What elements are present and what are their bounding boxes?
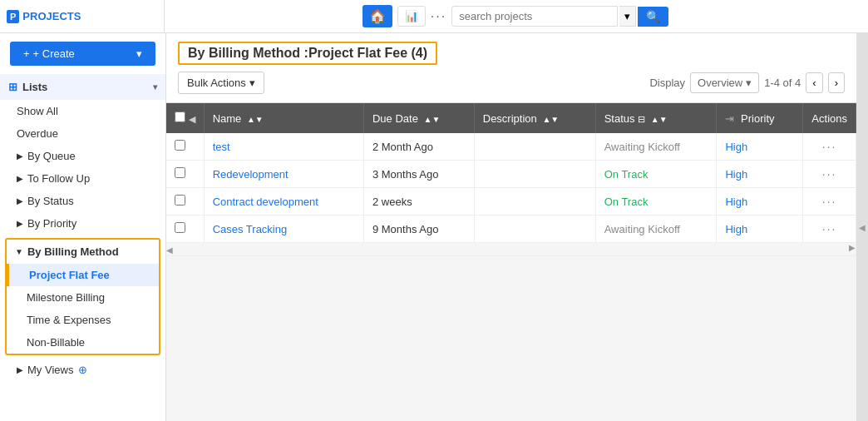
sidebar-item-by-status[interactable]: ▶ By Status [0, 190, 165, 212]
row-description-cell [474, 188, 595, 215]
status-sort-icon: ▲▼ [651, 115, 668, 124]
prev-page-button[interactable]: ‹ [806, 72, 822, 93]
row-name-cell: Redevelopment [204, 161, 363, 188]
row-actions-button[interactable]: ··· [822, 140, 837, 153]
app-logo: P PROJECTS [7, 0, 165, 32]
row-name-cell: Contract development [204, 188, 363, 215]
search-wrap: ▾ 🔍 [451, 6, 668, 27]
row-actions-cell: ··· [803, 188, 856, 215]
more-button[interactable]: ··· [431, 9, 446, 24]
search-dropdown[interactable]: ▾ [619, 6, 636, 27]
sidebar: + + Create ▾ ⊞ Lists ▾ Show All Overdue … [0, 33, 166, 421]
search-go-button[interactable]: 🔍 [638, 7, 668, 27]
queue-chevron: ▶ [17, 151, 23, 161]
row-priority-value: High [725, 141, 747, 153]
status-column-header[interactable]: Status ⊟ ▲▼ [595, 103, 717, 133]
scroll-cell: ◀ ▶ [166, 243, 856, 256]
row-checkbox-0[interactable] [175, 140, 185, 151]
row-status-badge: Awaiting Kickoff [604, 141, 680, 153]
sidebar-by-billing-method[interactable]: ▼ By Billing Method [7, 240, 159, 264]
description-header-label: Description [483, 112, 537, 125]
row-name-link[interactable]: Contract development [213, 196, 318, 208]
name-header-label: Name [213, 112, 242, 125]
by-priority-label: By Priority [27, 217, 76, 230]
sidebar-item-show-all[interactable]: Show All [0, 100, 165, 122]
description-column-header[interactable]: Description ▲▼ [474, 103, 595, 133]
table-row: Cases Tracking 9 Months Ago Awaiting Kic… [166, 215, 856, 243]
row-name-link[interactable]: test [213, 141, 230, 153]
sidebar-item-my-views[interactable]: ▶ My Views ⊕ [0, 359, 165, 381]
row-status-badge: Awaiting Kickoff [604, 223, 680, 235]
next-page-button[interactable]: › [828, 72, 845, 93]
row-actions-button[interactable]: ··· [822, 222, 837, 235]
select-all-checkbox[interactable] [175, 111, 185, 122]
row-due-date-cell: 2 weeks [363, 188, 474, 215]
sidebar-lists-header[interactable]: ⊞ Lists ▾ [0, 74, 165, 100]
status-chevron: ▶ [17, 196, 23, 206]
display-select[interactable]: Overview ▾ [690, 72, 759, 93]
time-expenses-label: Time & Expenses [27, 314, 111, 326]
table-body: test 2 Month Ago Awaiting Kickoff High ·… [166, 133, 856, 256]
row-priority-cell: High [717, 161, 803, 188]
row-priority-value: High [725, 168, 747, 181]
name-column-header[interactable]: Name ▲▼ [204, 103, 363, 133]
row-checkbox-2[interactable] [175, 195, 185, 206]
show-all-label: Show All [17, 105, 58, 117]
lists-label: Lists [22, 81, 47, 93]
lists-arrow: ▾ [153, 82, 157, 92]
add-view-button[interactable]: ⊕ [78, 364, 87, 376]
row-actions-button[interactable]: ··· [822, 167, 837, 181]
sidebar-item-overdue[interactable]: Overdue [0, 122, 165, 145]
my-views-label: My Views [27, 364, 73, 376]
by-billing-method-label: By Billing Method [27, 245, 119, 258]
row-due-date-cell: 3 Months Ago [363, 161, 474, 188]
row-actions-button[interactable]: ··· [822, 195, 837, 208]
description-sort-icon: ▲▼ [542, 115, 559, 124]
home-button[interactable]: 🏠 [362, 5, 392, 27]
row-checkbox-3[interactable] [175, 222, 185, 233]
row-description-cell [474, 133, 595, 161]
row-checkbox-cell[interactable] [166, 161, 204, 188]
row-checkbox-cell[interactable] [166, 215, 204, 243]
content-area: By Billing Method :Project Flat Fee (4) … [166, 33, 856, 421]
row-checkbox-cell[interactable] [166, 133, 204, 161]
sidebar-billing-method-group: ▼ By Billing Method Project Flat Fee Mil… [5, 238, 160, 355]
sidebar-item-non-billable[interactable]: Non-Billable [7, 331, 159, 354]
due-date-header-label: Due Date [372, 112, 418, 125]
sidebar-item-project-flat-fee[interactable]: Project Flat Fee [7, 264, 159, 286]
due-date-column-header[interactable]: Due Date ▲▼ [363, 103, 474, 133]
create-dropdown-arrow: ▾ [136, 47, 142, 60]
move-icon: ⇥ [725, 112, 734, 125]
bulk-actions-button[interactable]: Bulk Actions ▾ [178, 72, 264, 94]
chart-button[interactable]: 📊 [397, 6, 426, 27]
create-button[interactable]: + + Create ▾ [10, 42, 155, 66]
priority-chevron: ▶ [17, 219, 23, 228]
sidebar-item-time-expenses[interactable]: Time & Expenses [7, 309, 159, 331]
overview-label: Overview [698, 77, 742, 89]
milestone-billing-label: Milestone Billing [27, 291, 105, 304]
status-filter-icon[interactable]: ⊟ [638, 114, 645, 124]
row-name-link[interactable]: Redevelopment [213, 168, 289, 181]
due-date-sort-icon: ▲▼ [423, 115, 440, 124]
row-actions-cell: ··· [803, 215, 856, 243]
row-checkbox-1[interactable] [175, 167, 185, 178]
row-checkbox-cell[interactable] [166, 188, 204, 215]
sidebar-item-by-priority[interactable]: ▶ By Priority [0, 212, 165, 235]
display-group: Display Overview ▾ 1-4 of 4 ‹ › [649, 72, 845, 93]
sidebar-item-by-queue[interactable]: ▶ By Queue [0, 145, 165, 167]
actions-column-header: Actions [803, 103, 856, 133]
sidebar-item-milestone-billing[interactable]: Milestone Billing [7, 286, 159, 309]
select-all-header[interactable]: ◀ [166, 103, 204, 133]
overdue-label: Overdue [17, 127, 58, 140]
row-name-link[interactable]: Cases Tracking [213, 223, 288, 235]
actions-header-label: Actions [811, 112, 847, 125]
sidebar-collapse-handle[interactable]: ◀ [856, 33, 868, 421]
priority-header-label: Priority [741, 112, 774, 125]
row-priority-cell: High [717, 133, 803, 161]
toolbar: Bulk Actions ▾ Display Overview ▾ 1-4 of… [178, 72, 845, 94]
sidebar-item-to-follow-up[interactable]: ▶ To Follow Up [0, 167, 165, 190]
search-input[interactable] [451, 6, 618, 27]
table-row: test 2 Month Ago Awaiting Kickoff High ·… [166, 133, 856, 161]
follow-chevron: ▶ [17, 174, 23, 183]
row-priority-cell: High [717, 215, 803, 243]
